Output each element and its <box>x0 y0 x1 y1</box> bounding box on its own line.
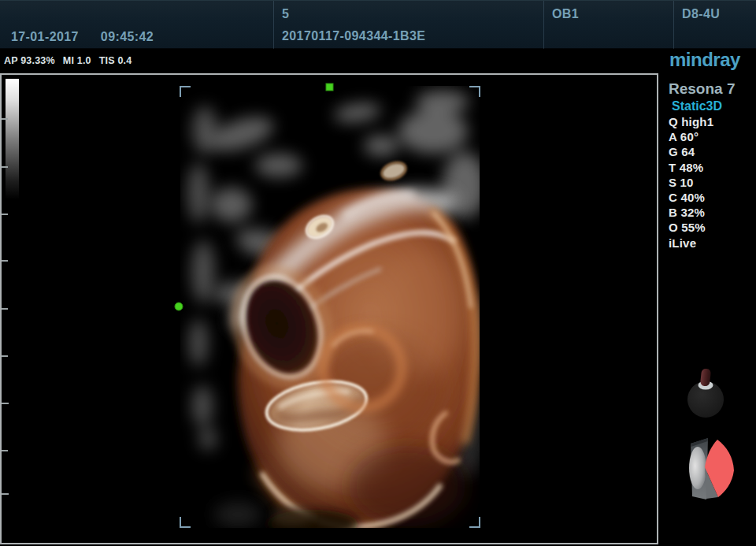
exam-time: 09:45:42 <box>101 30 154 44</box>
param-brightness: B 32% <box>669 205 713 220</box>
probe-icon <box>685 435 739 503</box>
param-contrast: C 40% <box>669 190 713 205</box>
roi-handle-left[interactable] <box>175 303 183 310</box>
exam-preset: OB1 <box>552 7 579 21</box>
imaging-area[interactable] <box>0 73 658 544</box>
param-smooth: S 10 <box>669 175 713 190</box>
header-exam-cell: 5 20170117-094344-1B3E <box>273 1 543 50</box>
system-name: Resona 7 <box>669 80 735 98</box>
param-threshold: T 48% <box>669 160 713 175</box>
header-transducer-cell: D8-4U <box>673 1 756 50</box>
param-quality: Q high1 <box>669 114 713 129</box>
param-gain: G 64 <box>669 144 713 159</box>
roi-corner-bottom-right[interactable] <box>469 517 480 527</box>
header-datetime-cell: 17-01-2017 09:45:42 <box>0 1 273 50</box>
param-angle: A 60° <box>669 129 713 144</box>
status-strip: AP 93.33% MI 1.0 TIS 0.4 <box>0 49 756 73</box>
roi-handle-top[interactable] <box>326 84 333 91</box>
parameter-list: Q high1 A 60° G 64 T 48% S 10 C 40% B 32… <box>669 114 713 251</box>
trackball-icon <box>682 367 731 424</box>
thermal-index-value: TIS 0.4 <box>99 55 132 66</box>
acoustic-power-value: AP 93.33% <box>4 55 55 66</box>
mindray-logo: mindray <box>669 49 740 71</box>
mechanical-index-value: MI 1.0 <box>63 55 91 66</box>
exam-date: 17-01-2017 <box>11 30 79 44</box>
roi-corner-bottom-left[interactable] <box>180 517 191 527</box>
roi-corner-top-left[interactable] <box>180 87 191 97</box>
imaging-mode: Static3D <box>672 99 722 113</box>
parameter-sidebar: Resona 7 Static3D Q high1 A 60° G 64 T 4… <box>658 73 756 546</box>
patient-info-bar: 17-01-2017 09:45:42 5 20170117-094344-1B… <box>0 0 756 49</box>
header-preset-cell: OB1 <box>543 1 673 50</box>
ultrasound-display <box>2 75 657 543</box>
ultrasound-system-screen: 17-01-2017 09:45:42 5 20170117-094344-1B… <box>0 0 756 546</box>
grayscale-bar <box>6 79 19 199</box>
transducer-model: D8-4U <box>682 7 720 21</box>
acoustic-output-readout: AP 93.33% MI 1.0 TIS 0.4 <box>4 55 132 66</box>
param-ilive: iLive <box>669 236 713 251</box>
ultrasound-3d-render[interactable] <box>187 91 487 538</box>
render-small-oval <box>380 159 409 183</box>
exam-id: 20170117-094344-1B3E <box>282 29 425 43</box>
render-smoke-left <box>187 106 217 450</box>
param-opacity: O 55% <box>669 220 713 235</box>
roi-corner-top-right[interactable] <box>469 87 480 97</box>
exam-number: 5 <box>282 7 289 21</box>
